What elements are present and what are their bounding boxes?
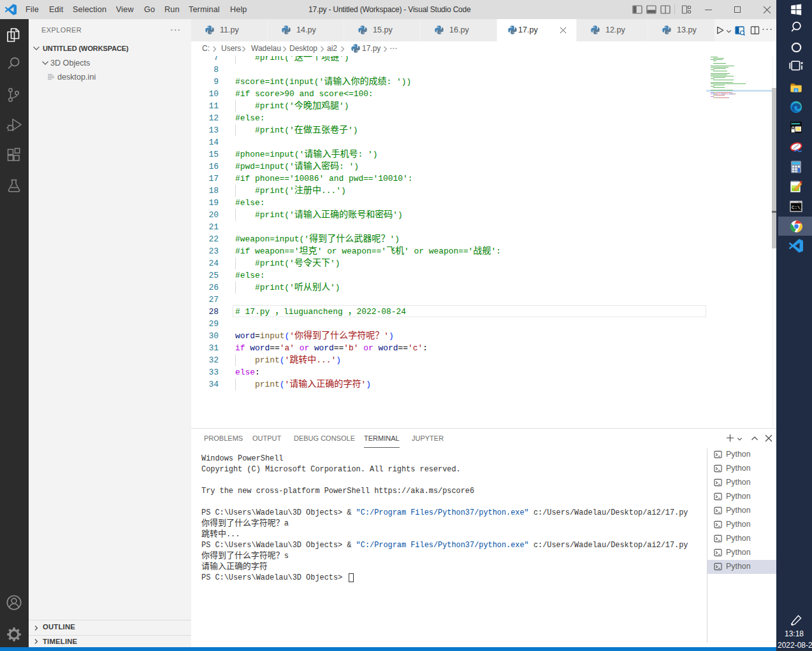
svg-text:C:\_: C:\_: [792, 205, 802, 210]
